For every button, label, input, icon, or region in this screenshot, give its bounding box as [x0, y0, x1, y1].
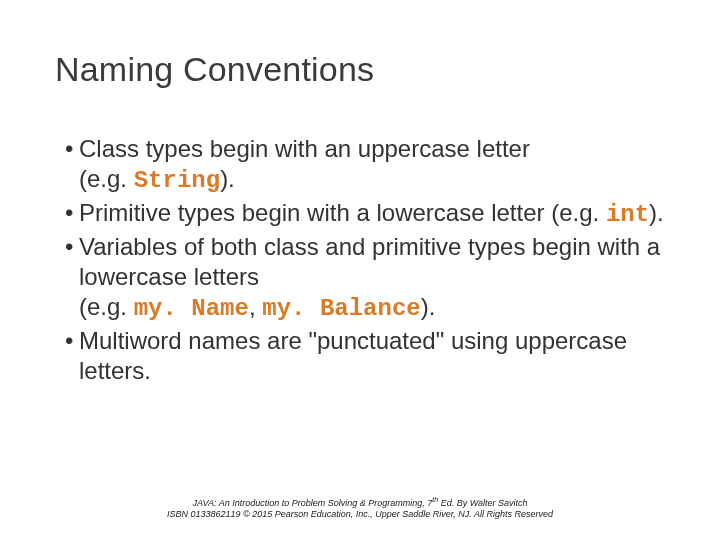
- bullet-icon: •: [65, 232, 79, 262]
- bullet-text: ).: [220, 165, 235, 192]
- bullet-text: Class types begin with an uppercase lett…: [79, 135, 530, 162]
- bullet-icon: •: [65, 134, 79, 164]
- slide-body: •Class types begin with an uppercase let…: [55, 134, 665, 386]
- bullet-item: •Primitive types begin with a lowercase …: [55, 198, 665, 230]
- bullet-item: •Variables of both class and primitive t…: [55, 232, 665, 324]
- code-text: int: [606, 201, 649, 228]
- footer-line: ISBN 0133862119 © 2015 Pearson Education…: [0, 509, 720, 520]
- slide-title: Naming Conventions: [55, 50, 665, 89]
- code-text: my. Balance: [262, 295, 420, 322]
- bullet-item: •Class types begin with an uppercase let…: [55, 134, 665, 196]
- footer-line: JAVA: An Introduction to Problem Solving…: [0, 496, 720, 509]
- code-text: String: [134, 167, 220, 194]
- footer-text: Ed. By Walter Savitch: [438, 498, 527, 508]
- bullet-icon: •: [65, 198, 79, 228]
- slide: Naming Conventions •Class types begin wi…: [0, 0, 720, 540]
- bullet-text: Primitive types begin with a lowercase l…: [79, 199, 606, 226]
- bullet-text: ,: [249, 293, 262, 320]
- code-text: my. Name: [134, 295, 249, 322]
- slide-footer: JAVA: An Introduction to Problem Solving…: [0, 496, 720, 521]
- bullet-text: (e.g.: [79, 165, 134, 192]
- footer-text: JAVA: An Introduction to Problem Solving…: [192, 498, 432, 508]
- bullet-text: (e.g.: [79, 293, 134, 320]
- bullet-text: ).: [649, 199, 664, 226]
- bullet-text: Variables of both class and primitive ty…: [79, 233, 660, 290]
- bullet-icon: •: [65, 326, 79, 356]
- bullet-text: ).: [421, 293, 436, 320]
- bullet-text: Multiword names are "punctuated" using u…: [79, 327, 627, 384]
- bullet-item: •Multiword names are "punctuated" using …: [55, 326, 665, 386]
